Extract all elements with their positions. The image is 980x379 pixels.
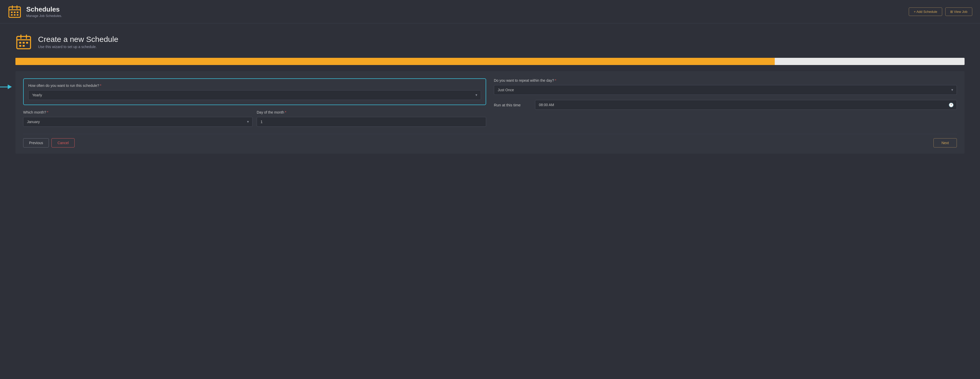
run-at-row: Run at this time 🕐 — [494, 100, 957, 110]
repeat-row: Do you want to repeat within the day?* J… — [494, 78, 957, 95]
form-card: How often do you want to run this schedu… — [16, 71, 964, 154]
frequency-select-wrapper: Once Hourly Daily Weekly Monthly Yearly … — [28, 90, 481, 100]
repeat-select-wrapper: Just Once Every N Minutes Every N Hours … — [494, 85, 957, 95]
frequency-label: How often do you want to run this schedu… — [28, 84, 481, 87]
arrow-head — [8, 84, 12, 89]
form-footer: Previous Cancel Next — [23, 134, 957, 147]
wizard-subtitle: Use this wizard to set up a schedule. — [38, 45, 118, 49]
header-calendar-icon — [8, 5, 22, 19]
svg-rect-14 — [19, 42, 21, 44]
form-col-left: How often do you want to run this schedu… — [23, 78, 486, 127]
clock-icon: 🕐 — [949, 103, 954, 108]
repeat-select[interactable]: Just Once Every N Minutes Every N Hours — [494, 85, 957, 95]
svg-rect-6 — [17, 11, 19, 13]
footer-left-buttons: Previous Cancel — [23, 138, 75, 147]
day-input[interactable] — [257, 117, 486, 127]
wizard-title-block: Create a new Schedule Use this wizard to… — [38, 35, 118, 49]
run-at-label: Run at this time — [494, 103, 530, 107]
day-label: Day of the month* — [257, 110, 486, 114]
svg-rect-16 — [26, 42, 28, 44]
sub-fields-row: Which month?* January February March Apr… — [23, 110, 486, 127]
svg-rect-5 — [14, 11, 16, 13]
wizard-calendar-icon — [16, 34, 32, 50]
view-job-button[interactable]: ⊞ View Job — [945, 8, 972, 16]
day-field: Day of the month* — [257, 110, 486, 127]
form-col-right: Do you want to repeat within the day?* J… — [494, 78, 957, 127]
repeat-label: Do you want to repeat within the day?* — [494, 78, 957, 82]
month-select-wrapper: January February March April May June Ju… — [23, 117, 253, 127]
page-header: Schedules Manage Job Schedules. + Add Sc… — [0, 0, 980, 24]
wizard-title: Create a new Schedule — [38, 35, 118, 44]
month-select[interactable]: January February March April May June Ju… — [23, 117, 253, 127]
form-row-main: How often do you want to run this schedu… — [23, 78, 957, 127]
app-title: Schedules — [26, 5, 62, 13]
time-input-wrapper: 🕐 — [535, 100, 957, 110]
next-button[interactable]: Next — [934, 138, 957, 147]
month-label: Which month?* — [23, 110, 253, 114]
progress-bar-container — [16, 58, 964, 65]
time-input[interactable] — [535, 100, 957, 110]
month-field: Which month?* January February March Apr… — [23, 110, 253, 127]
add-schedule-button[interactable]: + Add Schedule — [909, 8, 942, 16]
frequency-select[interactable]: Once Hourly Daily Weekly Monthly Yearly — [28, 90, 481, 100]
svg-rect-7 — [11, 14, 13, 16]
svg-rect-9 — [17, 14, 19, 16]
highlighted-section: How often do you want to run this schedu… — [23, 78, 486, 105]
header-title-block: Schedules Manage Job Schedules. — [26, 5, 62, 18]
svg-rect-17 — [19, 45, 21, 47]
header-actions: + Add Schedule ⊞ View Job — [909, 8, 972, 16]
arrow-indicator — [0, 84, 12, 89]
svg-rect-18 — [22, 45, 25, 47]
app-subtitle: Manage Job Schedules. — [26, 14, 62, 18]
previous-button[interactable]: Previous — [23, 138, 49, 147]
svg-rect-15 — [22, 42, 25, 44]
wizard-header: Create a new Schedule Use this wizard to… — [16, 34, 964, 50]
svg-rect-8 — [14, 14, 16, 16]
svg-rect-4 — [11, 11, 13, 13]
cancel-button[interactable]: Cancel — [51, 138, 75, 147]
main-content: Create a new Schedule Use this wizard to… — [0, 24, 980, 164]
arrow-line — [0, 87, 8, 87]
progress-bar-fill — [16, 58, 775, 65]
header-left: Schedules Manage Job Schedules. — [8, 5, 62, 19]
